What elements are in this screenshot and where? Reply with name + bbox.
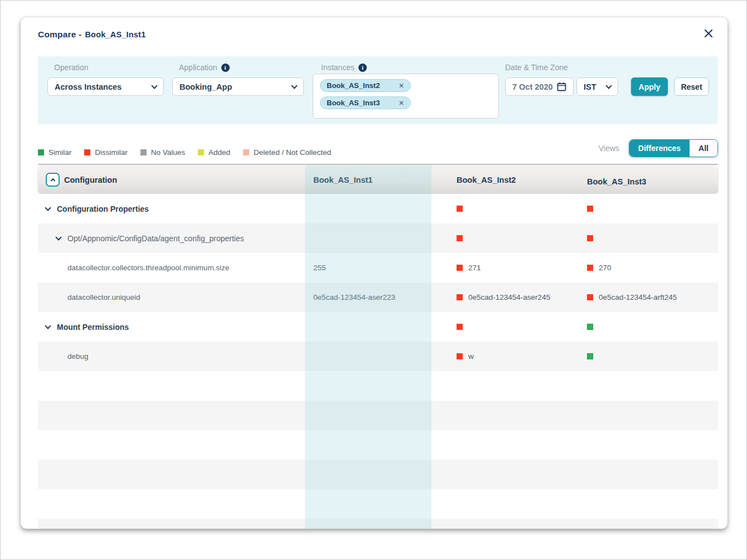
views-control: Views DifferencesAll <box>599 139 718 157</box>
legend: SimilarDissimilarNo ValuesAddedDeleted /… <box>38 145 331 159</box>
cell-value: 255 <box>313 264 326 272</box>
table-body: Configuration PropertiesOpt/Appnomic/Con… <box>38 194 718 529</box>
legend-label: Similar <box>48 148 71 157</box>
dissimilar-status-icon <box>457 206 463 212</box>
legend-label: No Values <box>151 148 185 157</box>
legend-swatch <box>140 149 147 155</box>
remove-chip-icon[interactable]: ✕ <box>399 82 404 89</box>
value-cell: 255 <box>313 253 326 283</box>
reset-button[interactable]: Reset <box>674 77 709 96</box>
application-label-text: Application <box>179 63 217 72</box>
table-header: Configuration Book_AS_Inst1 Book_AS_Inst… <box>38 165 718 194</box>
row-label: debug <box>67 352 89 361</box>
cell-value: 270 <box>599 264 612 272</box>
similar-status-icon <box>587 324 593 330</box>
dissimilar-status-icon <box>457 294 463 300</box>
row-label: Mount Permissions <box>57 323 129 332</box>
legend-item: Added <box>198 148 230 157</box>
column-header-inst2: Book_AS_Inst2 <box>457 165 516 194</box>
info-icon[interactable] <box>221 64 230 72</box>
chevron-down-icon <box>605 82 612 89</box>
info-icon[interactable] <box>358 64 367 72</box>
legend-label: Dissimilar <box>95 148 128 157</box>
instances-label-text: Instances <box>321 63 355 72</box>
value-cell <box>587 312 593 342</box>
row-name: datacollector.uniqueid <box>67 283 140 312</box>
instance-chip-label: Book_AS_Inst2 <box>327 81 380 90</box>
value-cell: 271 <box>457 253 481 283</box>
dialog-title-instance: Book_AS_Inst1 <box>85 30 145 39</box>
close-icon[interactable] <box>703 28 714 40</box>
instances-multiselect[interactable]: Book_AS_Inst2✕Book_AS_Inst3✕ <box>313 74 499 119</box>
legend-item: Similar <box>38 148 71 157</box>
views-label: Views <box>599 144 619 153</box>
table-top-divider <box>38 164 718 165</box>
expand-chevron-icon[interactable] <box>45 323 51 329</box>
legend-label: Added <box>208 148 230 157</box>
date-time-zone-label: Date & Time Zone <box>505 63 568 72</box>
legend-item: Dissimilar <box>84 148 128 157</box>
chevron-up-icon <box>50 178 55 183</box>
column-header-configuration: Configuration <box>64 165 117 194</box>
compare-dialog: Compare -Book_AS_Inst1 Operation Across … <box>21 17 727 529</box>
timezone-value: IST <box>584 82 596 91</box>
expand-chevron-icon[interactable] <box>55 234 61 240</box>
row-label: Configuration Properties <box>57 204 149 213</box>
chevron-down-icon <box>151 82 157 89</box>
table-row-empty <box>38 430 718 460</box>
view-toggle-differences[interactable]: Differences <box>629 140 690 157</box>
row-name: datacollector.collectors.threadpool.mini… <box>67 253 229 283</box>
table-row-empty <box>38 460 718 489</box>
expand-chevron-icon[interactable] <box>45 204 51 211</box>
comparison-table: Configuration Book_AS_Inst1 Book_AS_Inst… <box>38 164 718 529</box>
value-cell <box>587 342 593 371</box>
column-header-inst3: Book_AS_Inst3 <box>587 167 646 196</box>
instances-label: Instances <box>321 63 367 72</box>
value-cell <box>457 194 463 223</box>
table-row: Mount Permissions <box>38 312 718 342</box>
value-cell: 0e5cad-123454-aser245 <box>457 283 550 312</box>
timezone-select[interactable]: IST <box>576 77 618 96</box>
legend-swatch <box>84 149 90 155</box>
instance-chip[interactable]: Book_AS_Inst3✕ <box>320 96 411 109</box>
screen: Compare -Book_AS_Inst1 Operation Across … <box>0 0 747 560</box>
dissimilar-status-icon <box>587 235 593 241</box>
collapse-all-button[interactable] <box>46 173 60 187</box>
instance-chip[interactable]: Book_AS_Inst2✕ <box>320 79 411 92</box>
legend-swatch <box>38 149 44 155</box>
operation-value: Across Instances <box>55 82 122 91</box>
cell-value: 0e5cad-123454-arft245 <box>599 293 677 301</box>
date-input[interactable]: 7 Oct 2020 <box>505 77 574 96</box>
views-toggle: DifferencesAll <box>629 139 718 157</box>
row-name: debug <box>67 342 89 371</box>
operation-label: Operation <box>54 63 88 72</box>
apply-button[interactable]: Apply <box>631 77 668 96</box>
legend-swatch <box>243 149 249 155</box>
value-cell: 270 <box>587 253 612 283</box>
column-header-inst1: Book_AS_Inst1 <box>313 165 372 194</box>
value-cell <box>457 312 463 342</box>
application-select[interactable]: Booking_App <box>172 77 304 96</box>
legend-swatch <box>198 149 204 155</box>
instance-chip-label: Book_AS_Inst3 <box>327 99 380 107</box>
similar-status-icon <box>587 353 593 359</box>
legend-item: Deleted / Not Collected <box>243 148 331 157</box>
value-cell: w <box>457 342 474 371</box>
legend-item: No Values <box>140 148 185 157</box>
filter-panel: Operation Across Instances Application B… <box>38 56 718 124</box>
row-name: Mount Permissions <box>46 312 129 342</box>
row-name: Opt/Appnomic/ConfigData/agent_config_pro… <box>56 223 244 253</box>
table-row: debugw <box>38 342 718 371</box>
table-row-empty <box>38 401 718 430</box>
remove-chip-icon[interactable]: ✕ <box>399 100 404 106</box>
dissimilar-status-icon <box>457 235 463 241</box>
table-row: Opt/Appnomic/ConfigData/agent_config_pro… <box>38 223 718 253</box>
value-cell <box>587 223 593 253</box>
cell-value: 0e5cad-123454-aser245 <box>468 293 550 301</box>
cell-value: 0e5cad-123454-aser223 <box>313 293 395 301</box>
row-label: datacollector.collectors.threadpool.mini… <box>67 264 229 272</box>
operation-select[interactable]: Across Instances <box>47 77 164 96</box>
date-value: 7 Oct 2020 <box>512 82 553 91</box>
page-title: Compare -Book_AS_Inst1 <box>38 30 145 40</box>
view-toggle-all[interactable]: All <box>690 140 717 157</box>
